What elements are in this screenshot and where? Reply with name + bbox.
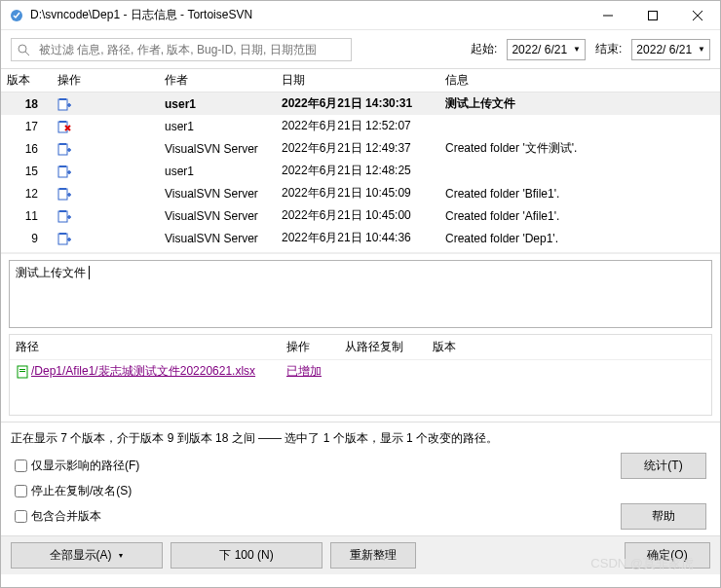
col-op[interactable]: 操作 <box>52 69 159 92</box>
svg-rect-10 <box>59 121 66 123</box>
svg-rect-18 <box>59 210 66 212</box>
svg-rect-19 <box>58 234 67 244</box>
refresh-button[interactable]: 重新整理 <box>330 542 416 569</box>
end-label: 结束: <box>591 41 626 57</box>
table-row[interactable]: 15user12022年6月21日 12:48:25 <box>1 160 720 182</box>
next-100-button[interactable]: 下 100 (N) <box>171 542 323 569</box>
table-row[interactable]: 17user12022年6月21日 12:52:07 <box>1 115 720 137</box>
svg-rect-20 <box>59 233 66 235</box>
svg-rect-7 <box>58 99 67 110</box>
log-table[interactable]: 版本 操作 作者 日期 信息 18user12022年6月21日 14:30:3… <box>1 69 720 254</box>
svg-rect-13 <box>58 166 67 177</box>
col-path[interactable]: 路径 <box>10 335 281 360</box>
chevron-down-icon: ▼ <box>698 45 705 54</box>
col-pop[interactable]: 操作 <box>281 335 339 360</box>
stop-on-copy-checkbox[interactable]: 停止在复制/改名(S) <box>15 483 132 499</box>
col-rev[interactable]: 版本 <box>1 69 52 92</box>
start-date-input[interactable]: 2022/ 6/21 ▼ <box>507 39 586 60</box>
end-date-input[interactable]: 2022/ 6/21 ▼ <box>631 39 710 60</box>
maximize-button[interactable] <box>630 1 675 30</box>
add-icon <box>57 187 71 201</box>
svg-rect-16 <box>59 188 66 190</box>
svg-line-6 <box>25 52 29 55</box>
add-icon <box>57 165 71 178</box>
svg-point-5 <box>19 45 26 53</box>
file-icon <box>16 365 29 379</box>
table-row[interactable]: 9VisualSVN Server2022年6月21日 10:44:36Crea… <box>1 227 720 249</box>
table-row[interactable]: /Dep1/Afile1/裴志城测试文件20220621.xlsx已增加 <box>10 360 711 384</box>
close-button[interactable] <box>675 1 720 30</box>
svg-rect-11 <box>58 144 67 155</box>
stats-button[interactable]: 统计(T) <box>621 453 706 479</box>
show-all-button[interactable]: 全部显示(A)▼ <box>11 542 163 569</box>
svg-rect-14 <box>59 165 66 167</box>
add-icon <box>57 232 71 245</box>
col-copy[interactable]: 从路径复制 <box>339 335 427 360</box>
status-text: 正在显示 7 个版本，介于版本 9 到版本 18 之间 —— 选中了 1 个版本… <box>1 422 720 451</box>
start-label: 起始: <box>467 41 501 57</box>
paths-table[interactable]: 路径 操作 从路径复制 版本 /Dep1/Afile1/裴志城测试文件20220… <box>9 334 712 416</box>
svg-rect-15 <box>58 189 67 200</box>
svg-rect-22 <box>19 369 25 370</box>
svg-rect-12 <box>59 143 66 145</box>
col-msg[interactable]: 信息 <box>439 69 720 92</box>
svg-rect-8 <box>59 98 66 100</box>
svg-rect-2 <box>649 11 658 19</box>
commit-message-box[interactable]: 测试上传文件 <box>9 260 712 328</box>
col-date[interactable]: 日期 <box>276 69 439 92</box>
chevron-down-icon: ▼ <box>118 552 125 559</box>
table-row[interactable]: 16VisualSVN Server2022年6月21日 12:49:37Cre… <box>1 137 720 160</box>
delete-icon <box>57 120 71 133</box>
app-icon <box>9 8 24 23</box>
help-button[interactable]: 帮助 <box>621 503 706 530</box>
search-input[interactable] <box>11 38 352 61</box>
add-icon <box>57 142 71 156</box>
ok-button[interactable]: 确定(O) <box>625 542 710 569</box>
col-author[interactable]: 作者 <box>159 69 276 92</box>
table-row[interactable]: 18user12022年6月21日 14:30:31测试上传文件 <box>1 92 720 116</box>
window-title: D:\svncode\Dep1 - 日志信息 - TortoiseSVN <box>30 7 586 23</box>
minimize-button[interactable] <box>586 1 630 30</box>
add-icon <box>57 97 71 111</box>
col-prev[interactable]: 版本 <box>427 335 711 360</box>
only-affected-checkbox[interactable]: 仅显示影响的路径(F) <box>15 458 139 474</box>
add-icon <box>57 209 71 223</box>
search-icon <box>12 43 35 56</box>
table-row[interactable]: 12VisualSVN Server2022年6月21日 10:45:09Cre… <box>1 182 720 204</box>
table-row[interactable]: 11VisualSVN Server2022年6月21日 10:45:00Cre… <box>1 204 720 227</box>
svg-rect-23 <box>19 371 25 372</box>
svg-rect-17 <box>58 211 67 222</box>
chevron-down-icon: ▼ <box>573 45 581 54</box>
include-merge-checkbox[interactable]: 包含合并版本 <box>15 508 101 525</box>
